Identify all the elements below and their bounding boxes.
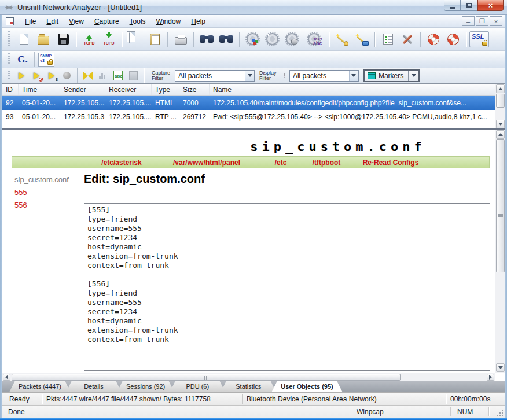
customize-tools-button[interactable] [398, 30, 417, 49]
scroll-up-icon[interactable] [496, 130, 505, 139]
cell-name: Fwd: <sip:555@172.25.105.40> --> <sip:10… [210, 110, 495, 124]
column-header-sender[interactable]: Sender [60, 84, 105, 95]
scrollbar-thumb[interactable] [496, 94, 505, 108]
objects-button[interactable] [243, 30, 262, 49]
checklist-button[interactable] [378, 30, 398, 49]
column-header-size[interactable]: Size [179, 84, 210, 95]
tab-pdu[interactable]: PDU (6) [170, 381, 225, 392]
tab-sessions[interactable]: Sessions (92) [117, 381, 174, 392]
import-tcpdump-button[interactable]: TCPD [99, 30, 119, 49]
nav-link-etc[interactable]: /etc [275, 159, 287, 167]
find-next-button[interactable] [216, 30, 236, 49]
power-analysis-button[interactable] [262, 30, 282, 49]
nav-link-reread-configs[interactable]: Re-Read Configs [363, 159, 419, 167]
sidebar-link-555[interactable]: 555 [14, 188, 27, 197]
wizard-report-button[interactable] [352, 30, 372, 49]
menu-capture[interactable]: Capture [89, 16, 124, 27]
find-button[interactable] [197, 30, 216, 49]
cell-id: 94 [2, 124, 19, 128]
snmpv3-button[interactable]: SNMPv3 [38, 52, 55, 67]
start-capture-button[interactable] [14, 69, 29, 82]
config-textarea[interactable]: [555] type=friend username=555 secret=12… [84, 203, 490, 371]
start-capture-no-save-button[interactable] [29, 69, 44, 82]
nav-link-tftpboot[interactable]: /tftpboot [313, 159, 341, 167]
scroll-down-icon[interactable] [496, 120, 505, 128]
close-button[interactable]: × [477, 0, 504, 11]
column-header-id[interactable]: ID [2, 84, 19, 95]
content-horizontal-scrollbar[interactable] [2, 373, 495, 381]
resize-grip[interactable] [496, 409, 504, 417]
menu-view[interactable]: View [64, 16, 89, 27]
export-tcpdump-button[interactable]: TCPD [79, 30, 99, 49]
mdi-restore-button[interactable]: ❐ [476, 16, 488, 26]
nav-link-etc-asterisk[interactable]: /etc/asterisk [101, 159, 141, 167]
tab-packets[interactable]: Packets (4447) [9, 381, 71, 392]
content-vertical-scrollbar[interactable] [495, 130, 505, 373]
scrollbar-thumb[interactable] [496, 139, 505, 272]
capture-filter-select[interactable]: All packets [175, 70, 255, 82]
start-capture-ring-button[interactable]: 8 [44, 69, 59, 82]
markers-button[interactable]: Markers [363, 69, 420, 82]
sidebar-link-556[interactable]: 556 [14, 201, 27, 209]
dropdown-arrow-icon[interactable] [349, 71, 358, 81]
advanced-filter-button[interactable] [126, 69, 141, 82]
ssl-decrypt-button[interactable]: SSL [469, 30, 489, 49]
status-separator [42, 394, 42, 404]
save-button[interactable] [53, 30, 73, 49]
google-lookup-button[interactable]: G. [14, 52, 31, 67]
new-file-button[interactable] [14, 30, 34, 49]
display-filter-select[interactable]: All packets [289, 70, 359, 82]
capture-stats-button[interactable] [95, 69, 111, 82]
markers-dropdown-arrow[interactable] [408, 71, 418, 81]
column-header-time[interactable]: Time [19, 84, 60, 95]
column-header-type[interactable]: Type [152, 84, 179, 95]
dropdown-arrow-icon[interactable] [245, 71, 254, 81]
menu-help[interactable]: Help [186, 16, 211, 27]
tab-user-objects[interactable]: User Objects (95) [271, 381, 342, 392]
copy-button[interactable] [125, 30, 145, 49]
print-button[interactable] [171, 30, 190, 49]
menu-window[interactable]: Window [151, 16, 186, 27]
cell-receiver: 172.25.105.... [105, 96, 152, 110]
gear-database-icon [286, 33, 298, 45]
toolbar-grip[interactable] [8, 71, 10, 81]
menu-edit[interactable]: Edit [41, 16, 64, 27]
minimize-button[interactable] [444, 0, 461, 11]
nav-link-var-www-html-panel[interactable]: /var/www/html/panel [173, 159, 240, 167]
scroll-down-icon[interactable] [496, 363, 505, 372]
status-numlock: NUM [457, 408, 473, 416]
column-header-name[interactable]: Name [210, 84, 495, 95]
scroll-right-icon[interactable] [487, 374, 494, 381]
stop-capture-button[interactable] [59, 69, 74, 82]
mdi-close-button[interactable]: × [490, 16, 502, 26]
paste-button[interactable] [145, 30, 164, 49]
tab-details[interactable]: Details [66, 381, 122, 392]
decode-abc-button[interactable]: 209.2abc [302, 30, 326, 49]
help-topics-button[interactable] [443, 30, 463, 49]
toolbar-grip[interactable] [8, 53, 10, 65]
menu-file[interactable]: File [20, 16, 41, 27]
open-file-button[interactable] [34, 30, 53, 49]
scroll-up-icon[interactable] [496, 84, 505, 93]
toolbar-separator [329, 32, 329, 47]
database-button[interactable] [282, 30, 302, 49]
title-bar[interactable]: Unsniff Network Analyzer - [Untitled1] × [0, 0, 507, 15]
abc-filter-button[interactable]: abc [111, 69, 126, 82]
wizard-alerts-button[interactable] [332, 30, 352, 49]
menu-tools[interactable]: Tools [124, 16, 151, 27]
packet-row[interactable]: 94 05-01-20... 172.25.105.... 172.25.105… [2, 124, 495, 128]
help-button[interactable] [424, 30, 443, 49]
mdi-minimize-button[interactable]: – [462, 16, 475, 26]
tab-statistics[interactable]: Statistics [221, 381, 276, 392]
scrollbar-thumb[interactable] [12, 374, 401, 381]
maximize-button[interactable] [461, 0, 477, 11]
toolbar-grip[interactable] [8, 31, 10, 47]
scroll-left-icon[interactable] [3, 374, 10, 381]
packet-row[interactable]: 93 05-01-20... 172.25.105.3 172.25.105..… [2, 110, 495, 124]
packet-row-selected[interactable]: 92 05-01-20... 172.25.105.... 172.25.105… [2, 96, 495, 110]
apply-filter-icon[interactable]: ! [280, 71, 289, 80]
column-header-receiver[interactable]: Receiver [105, 84, 152, 95]
edit-filter-button[interactable] [80, 69, 95, 82]
packet-list-scrollbar[interactable] [495, 84, 505, 128]
bottom-tab-strip: Packets (4447) Details Sessions (92) PDU… [2, 381, 505, 392]
